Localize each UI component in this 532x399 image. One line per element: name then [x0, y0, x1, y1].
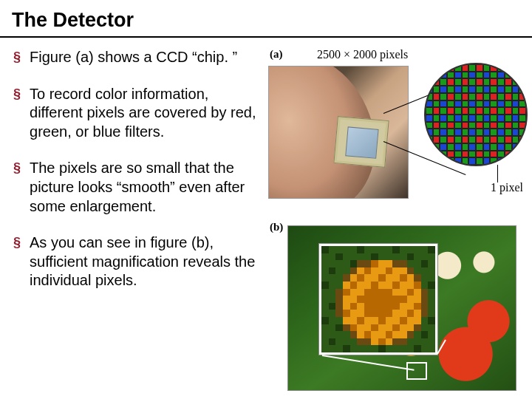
figure-a-pixel-label: 1 pixel — [491, 181, 523, 194]
list-item: § Figure (a) shows a CCD “chip. ” — [13, 48, 261, 67]
flower-photo — [287, 225, 516, 391]
bullet-icon: § — [13, 48, 21, 66]
bullet-icon: § — [13, 233, 21, 252]
figure-a-dimensions: 2500 × 2000 pixels — [317, 48, 408, 61]
text-column: § Figure (a) shows a CCD “chip. ” § To r… — [13, 48, 261, 398]
bullet-icon: § — [13, 85, 21, 103]
bullet-text: To record color information, different p… — [30, 85, 261, 142]
content-area: § Figure (a) shows a CCD “chip. ” § To r… — [0, 48, 532, 398]
figure-b-label: (b) — [270, 221, 283, 233]
title-divider — [0, 36, 532, 38]
list-item: § To record color information, different… — [13, 85, 261, 142]
list-item: § As you can see in figure (b), sufficie… — [13, 233, 261, 290]
pixel-grid-magnified — [424, 63, 528, 166]
magnification-line-icon — [322, 355, 415, 371]
pixel-magnification-inset — [319, 244, 437, 355]
figure-a-label: (a) — [270, 48, 283, 61]
magnification-line-icon — [437, 339, 446, 354]
list-item: § The pixels are so small that the pictu… — [13, 159, 261, 216]
ccd-chip-icon — [333, 116, 389, 168]
figure-column: (a) 2500 × 2000 pixels 1 pixel (b) — [261, 48, 525, 398]
bullet-text: The pixels are so small that the picture… — [30, 159, 261, 216]
bullet-list: § Figure (a) shows a CCD “chip. ” § To r… — [13, 48, 261, 290]
bullet-text: Figure (a) shows a CCD “chip. ” — [30, 48, 237, 67]
pixel-pointer-icon — [497, 165, 498, 183]
bullet-icon: § — [13, 159, 21, 177]
ccd-chip-photo — [268, 66, 409, 199]
figure-b: (b) — [265, 221, 525, 398]
figure-a: (a) 2500 × 2000 pixels 1 pixel — [265, 48, 525, 218]
magnification-source-box-icon — [406, 362, 427, 380]
bullet-text: As you can see in figure (b), sufficient… — [30, 233, 261, 290]
page-title: The Detector — [0, 0, 532, 36]
